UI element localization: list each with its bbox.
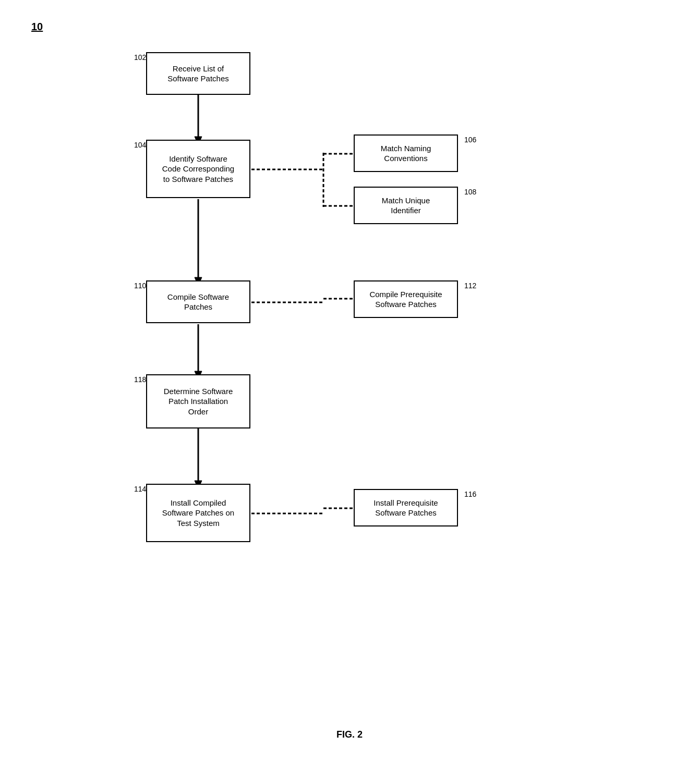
box-match-unique: Match UniqueIdentifier xyxy=(354,187,458,224)
box-determine-order: Determine SoftwarePatch InstallationOrde… xyxy=(146,374,250,428)
ref-110: 110 xyxy=(134,281,146,290)
ref-106: 106 xyxy=(464,136,476,144)
ref-116: 116 xyxy=(464,490,476,498)
figure-label: FIG. 2 xyxy=(336,729,363,740)
box-install-compiled: Install CompiledSoftware Patches onTest … xyxy=(146,484,250,542)
diagram-number: 10 xyxy=(31,21,43,33)
ref-104: 104 xyxy=(134,141,146,149)
box-match-naming: Match NamingConventions xyxy=(354,134,458,172)
box-install-prereq: Install PrerequisiteSoftware Patches xyxy=(354,489,458,526)
ref-108: 108 xyxy=(464,188,476,196)
box-compile-software: Compile SoftwarePatches xyxy=(146,280,250,323)
ref-112: 112 xyxy=(464,281,476,290)
ref-114: 114 xyxy=(134,485,146,493)
ref-102: 102 xyxy=(134,53,146,62)
ref-118: 118 xyxy=(134,375,146,384)
diagram-container: 10 Receive List ofSoftware Patches 102 xyxy=(31,21,668,751)
box-compile-prereq: Compile PrerequisiteSoftware Patches xyxy=(354,280,458,318)
box-receive-list: Receive List ofSoftware Patches xyxy=(146,52,250,95)
diagram-arrows xyxy=(31,21,668,751)
box-identify-software: Identify SoftwareCode Correspondingto So… xyxy=(146,140,250,198)
